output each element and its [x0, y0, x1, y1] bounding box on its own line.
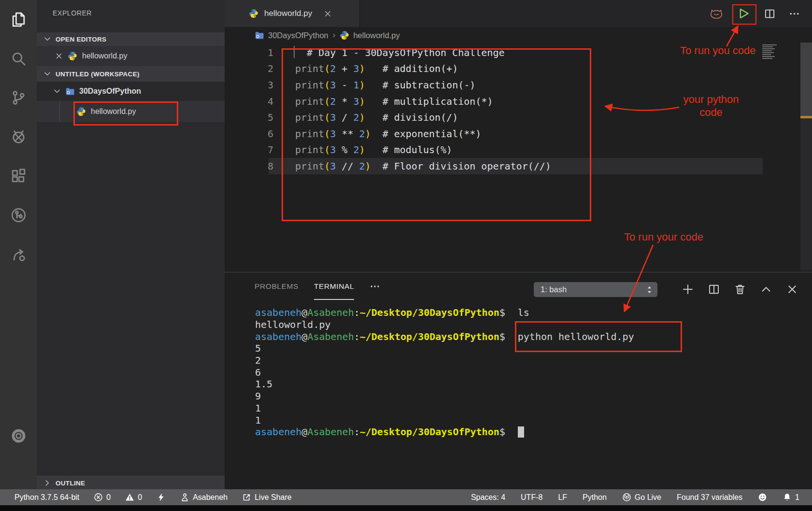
code-text: print(3 - 1) # subtraction(-)	[279, 79, 475, 91]
status-encoding[interactable]: UTF-8	[521, 493, 542, 502]
code-line-8[interactable]: 8print(3 // 2) # Floor division operator…	[225, 158, 812, 174]
problems-label: PROBLEMS	[255, 282, 299, 291]
status-quick-actions[interactable]	[157, 493, 166, 502]
terminal-output-text: 1	[255, 414, 261, 426]
status-warnings-label: 0	[138, 493, 142, 502]
code-text: print(3 // 2) # Floor division operator(…	[279, 160, 551, 172]
editor-area: helloworld.py 30DaysOfPython › helloworl…	[225, 0, 812, 489]
terminal-output[interactable]: asabeneh@Asabeneh:~/Desktop/30DaysOfPyth…	[225, 307, 812, 438]
tree-folder-30daysofpython[interactable]: 30DaysOfPython	[37, 82, 241, 101]
minimap[interactable]	[762, 44, 783, 60]
breadcrumb-folder[interactable]: 30DaysOfPython	[268, 31, 328, 40]
close-panel-icon[interactable]	[786, 284, 798, 295]
terminal-label: TERMINAL	[314, 282, 354, 291]
tree-folder-label: 30DaysOfPython	[79, 87, 141, 96]
code-line-5[interactable]: 5print(3 / 2) # division(/)	[225, 109, 812, 126]
prompt-user: asabeneh	[255, 426, 301, 438]
code-line-3[interactable]: 3print(3 - 1) # subtraction(-)	[225, 77, 812, 93]
status-eol[interactable]: LF	[558, 493, 567, 502]
code-line-2[interactable]: 2print(2 + 3) # addition(+)	[225, 61, 812, 77]
prompt-dollar: $	[499, 307, 505, 318]
prompt-at: @	[301, 307, 307, 318]
terminal-output-text: 6	[255, 367, 261, 378]
terminal-line-3: asabeneh@Asabeneh:~/Desktop/30DaysOfPyth…	[225, 330, 812, 342]
prompt-at: @	[301, 426, 307, 438]
tab-label: helloworld.py	[264, 9, 312, 18]
chevron-down-icon	[53, 87, 61, 96]
outline-label: OUTLINE	[56, 480, 85, 487]
activitybar-live-share[interactable]	[0, 235, 37, 274]
tab-helloworld[interactable]: helloworld.py	[225, 0, 360, 27]
activitybar-gitlens[interactable]	[0, 196, 37, 235]
outline-header[interactable]: OUTLINE	[37, 476, 231, 490]
status-python-version[interactable]: Python 3.7.5 64-bit	[14, 493, 79, 502]
status-go-live-label: Go Live	[635, 493, 661, 502]
line-number: 1	[225, 47, 279, 58]
run-file-button[interactable]	[737, 7, 750, 20]
split-terminal-icon[interactable]	[708, 284, 720, 295]
activitybar-debug[interactable]	[0, 117, 37, 156]
shell-select[interactable]: 1: bash	[534, 282, 657, 297]
kill-terminal-icon[interactable]	[734, 284, 746, 295]
tab-terminal[interactable]: TERMINAL	[314, 272, 354, 300]
activitybar-source-control[interactable]	[0, 78, 37, 117]
open-editor-item-label: helloworld.py	[82, 52, 127, 60]
terminal-output-text: 1	[255, 402, 261, 414]
workspace-header[interactable]: UNTITLED (WORKSPACE)	[37, 66, 231, 82]
prompt-path: ~/Desktop/30DaysOfPython	[360, 307, 499, 318]
code-line-4[interactable]: 4print(2 * 3) # multiplication(*)	[225, 93, 812, 110]
tab-bar: helloworld.py	[225, 0, 812, 27]
status-language-mode[interactable]: Python	[583, 493, 607, 502]
code-editor[interactable]: 1 # Day 1 - 30DaysOfPython Challenge2pri…	[225, 43, 812, 272]
prompt-colon: :	[354, 307, 360, 318]
folder-icon	[255, 30, 264, 40]
status-feedback[interactable]	[758, 493, 767, 502]
code-line-6[interactable]: 6print(3 ** 2) # exponential(**)	[225, 126, 812, 142]
terminal-line-6: 6	[225, 366, 812, 378]
status-errors-label: 0	[106, 493, 111, 502]
terminal-line-4: 5	[225, 342, 812, 355]
terminal-output-text: 9	[255, 390, 261, 402]
maximize-panel-icon[interactable]	[760, 284, 772, 295]
open-editor-item-helloworld[interactable]: helloworld.py	[37, 46, 243, 66]
status-variables[interactable]: Found 37 variables	[677, 493, 742, 502]
pets-cat-icon[interactable]	[709, 6, 724, 21]
tab-problems[interactable]: PROBLEMS	[255, 272, 299, 300]
activitybar-explorer[interactable]	[0, 0, 37, 39]
status-indentation[interactable]: Spaces: 4	[471, 493, 505, 502]
status-warnings[interactable]: 0	[125, 493, 142, 502]
open-editors-header[interactable]: OPEN EDITORS	[37, 32, 231, 46]
status-errors[interactable]: 0	[94, 493, 111, 502]
bolt-icon	[157, 493, 166, 502]
status-notifications[interactable]: 1	[783, 493, 799, 502]
workspace-label: UNTITLED (WORKSPACE)	[56, 71, 140, 78]
code-line-7[interactable]: 7print(3 % 2) # modulus(%)	[225, 142, 812, 158]
scrollbar-thumb[interactable]	[800, 43, 812, 116]
activitybar-search[interactable]	[0, 39, 37, 78]
status-python-version-label: Python 3.7.5 64-bit	[14, 493, 79, 502]
split-editor-icon[interactable]	[764, 8, 775, 19]
status-account[interactable]: Asabeneh	[180, 493, 228, 502]
code-text: print(3 / 2) # division(/)	[279, 112, 458, 123]
prompt-host: Asabeneh	[307, 331, 354, 342]
code-line-1[interactable]: 1 # Day 1 - 30DaysOfPython Challenge	[225, 44, 812, 61]
tab-close-icon[interactable]	[324, 10, 332, 18]
close-icon[interactable]	[55, 52, 63, 60]
prompt-path: ~/Desktop/30DaysOfPython	[360, 426, 499, 438]
line-number: 8	[225, 160, 279, 172]
activitybar-settings[interactable]	[0, 414, 37, 457]
terminal-line-2: helloworld.py	[225, 319, 812, 331]
status-go-live[interactable]: Go Live	[622, 493, 661, 502]
prompt-at: @	[301, 331, 307, 342]
terminal-output-text: helloworld.py	[255, 319, 331, 330]
breadcrumb-file[interactable]: helloworld.py	[353, 31, 399, 40]
terminal-line-7: 1.5	[225, 378, 812, 390]
terminal-cursor[interactable]	[518, 426, 524, 438]
activitybar-extensions[interactable]	[0, 156, 37, 196]
terminal-line-11: asabeneh@Asabeneh:~/Desktop/30DaysOfPyth…	[225, 426, 812, 438]
prompt-colon: :	[354, 331, 360, 342]
panel-more-icon[interactable]	[370, 281, 380, 292]
new-terminal-icon[interactable]	[682, 284, 694, 295]
more-actions-icon[interactable]	[789, 8, 800, 19]
status-live-share[interactable]: Live Share	[242, 493, 292, 502]
